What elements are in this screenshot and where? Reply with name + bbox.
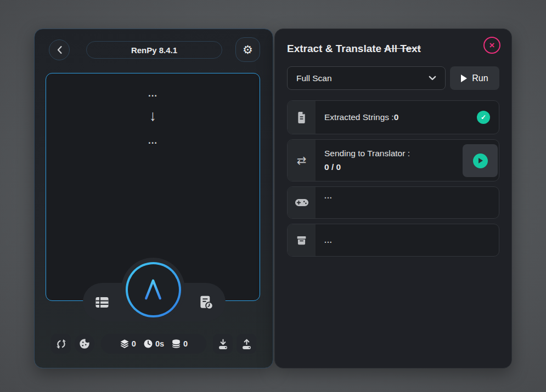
row-content: ... [316, 224, 499, 256]
run-button-label: Run [472, 73, 488, 83]
panel-header: Extract & Translate All Text × [275, 29, 511, 55]
sending-translator-label: Sending to Translator : [324, 147, 410, 160]
row-icon-cell [288, 101, 316, 134]
cookie-button[interactable] [75, 334, 94, 354]
panel-title-prefix: Extract & Translate [287, 43, 384, 54]
check-icon: ✓ [481, 114, 486, 121]
row-content: Extracted Strings : 0 ✓ [316, 101, 499, 134]
status-rows: Extracted Strings : 0 ✓ ⇄ Sending to Tra… [275, 100, 511, 257]
scan-controls: Full Scan Run [275, 66, 511, 90]
extract-translate-panel: Extract & Translate All Text × Full Scan… [274, 29, 512, 368]
refresh-icon [55, 338, 67, 350]
cookie-icon [78, 338, 91, 350]
download-icon [217, 338, 229, 350]
stats-pill: 0 0s [101, 334, 206, 354]
chevron-down-icon [429, 76, 436, 81]
lambda-logo-icon [137, 274, 169, 305]
layers-icon [120, 339, 130, 349]
scan-mode-value: Full Scan [296, 73, 332, 83]
stat-database: 0 [171, 339, 188, 349]
main-window-panel: RenPy 8.4.1 ⚙ ... ↓ ... [34, 29, 273, 368]
target-placeholder: ... [148, 137, 157, 145]
gear-icon: ⚙ [243, 43, 253, 56]
close-button[interactable]: × [483, 37, 500, 54]
send-start-button[interactable] [463, 144, 498, 177]
panel-title: Extract & Translate All Text [287, 43, 421, 54]
play-icon [461, 75, 467, 82]
status-badge: ✓ [477, 111, 490, 124]
down-arrow-icon: ↓ [149, 109, 157, 123]
settings-button[interactable]: ⚙ [235, 37, 260, 62]
run-button[interactable]: Run [450, 66, 499, 90]
game-status-row: ... [287, 186, 499, 219]
stat-time-value: 0s [155, 339, 164, 348]
stat-database-value: 0 [183, 339, 188, 348]
file-icon [296, 111, 307, 124]
stat-layers-value: 0 [132, 339, 136, 348]
engine-version-label: RenPy 8.4.1 [131, 46, 177, 55]
bottom-toolbar: 0 0s [35, 334, 273, 354]
extracted-strings-value: 0 [394, 112, 399, 122]
sending-translator-row: ⇄ Sending to Translator : 0 / 0 [287, 139, 499, 181]
row-content: ... [316, 187, 499, 218]
play-circle-icon [473, 154, 488, 168]
upload-icon [241, 338, 252, 350]
gamepad-icon [295, 198, 309, 207]
row-icon-cell: ⇄ [288, 140, 316, 181]
import-button[interactable] [213, 334, 233, 354]
table-view-button[interactable] [95, 297, 109, 308]
panel-title-struck: All Text [384, 43, 421, 54]
archive-status-text: ... [324, 236, 333, 245]
transfer-arrows-icon: ⇄ [297, 154, 307, 167]
row-icon-cell [288, 187, 316, 218]
history-log-button[interactable] [199, 295, 213, 310]
extracted-strings-row: Extracted Strings : 0 ✓ [287, 100, 499, 134]
row-icon-cell [288, 224, 316, 256]
clock-icon [143, 339, 153, 349]
sending-translator-value: 0 / 0 [324, 161, 410, 173]
export-button[interactable] [237, 334, 256, 354]
archive-status-row: ... [287, 224, 499, 257]
extracted-strings-label: Extracted Strings : [324, 112, 394, 122]
game-status-text: ... [324, 191, 333, 200]
chevron-left-icon [57, 46, 63, 54]
source-placeholder: ... [148, 90, 157, 98]
play-triangle-icon [479, 158, 483, 163]
close-icon: × [489, 41, 495, 50]
stat-layers: 0 [120, 339, 136, 349]
refresh-button[interactable] [51, 334, 71, 354]
engine-version-badge: RenPy 8.4.1 [86, 41, 222, 59]
app-logo-button[interactable] [121, 258, 185, 321]
stat-time: 0s [143, 339, 164, 349]
logo-ring [126, 262, 181, 317]
back-button[interactable] [49, 39, 70, 60]
database-icon [171, 339, 181, 349]
archive-icon [296, 235, 307, 246]
scan-mode-select[interactable]: Full Scan [287, 66, 446, 90]
